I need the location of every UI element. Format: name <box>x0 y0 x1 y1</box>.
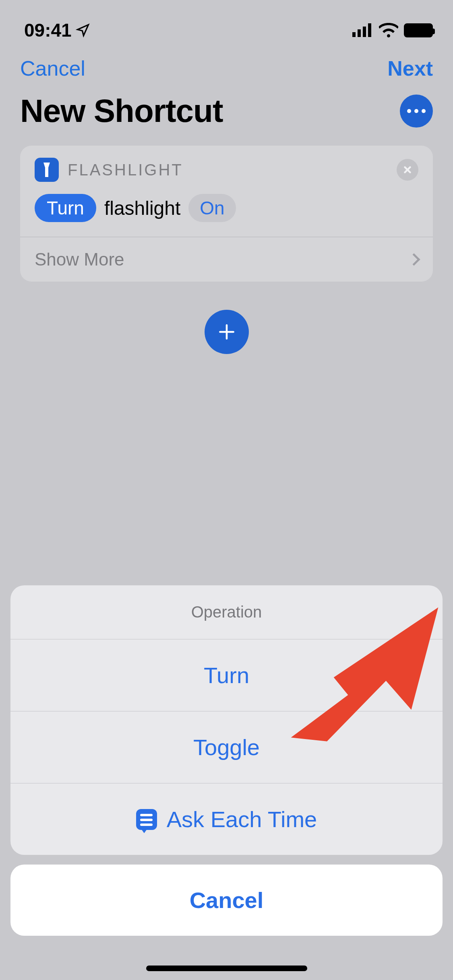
svg-rect-0 <box>352 32 356 37</box>
wifi-icon <box>379 23 398 37</box>
ask-each-time-label: Ask Each Time <box>167 806 317 832</box>
ellipsis-icon <box>407 109 411 113</box>
more-button[interactable] <box>400 95 433 128</box>
close-icon <box>402 165 413 175</box>
action-sheet-container: Operation Turn Toggle Ask Each Time Canc… <box>0 585 453 980</box>
action-expression: Turn flashlight On <box>20 190 433 237</box>
svg-rect-3 <box>368 23 371 37</box>
sheet-cancel-label: Cancel <box>190 887 264 913</box>
svg-rect-1 <box>358 29 361 37</box>
flashlight-app-icon <box>35 158 59 182</box>
plus-icon <box>217 322 237 342</box>
checkmark-icon <box>399 662 418 688</box>
sheet-title: Operation <box>10 585 443 639</box>
navigation-bar: Cancel Next <box>0 48 453 89</box>
add-action-wrap <box>0 286 453 378</box>
status-bar: 09:41 <box>0 0 453 48</box>
status-time-group: 09:41 <box>24 19 90 41</box>
chevron-right-icon <box>407 253 420 266</box>
sheet-option-label: Turn <box>204 663 249 688</box>
action-sheet: Operation Turn Toggle Ask Each Time <box>10 585 443 855</box>
sheet-ask-each-time[interactable]: Ask Each Time <box>10 783 443 855</box>
action-subject: flashlight <box>104 197 180 219</box>
action-card-header: FLASHLIGHT <box>20 146 433 190</box>
battery-icon <box>404 23 433 37</box>
prompt-icon <box>136 809 157 830</box>
sheet-option-toggle[interactable]: Toggle <box>10 711 443 783</box>
status-time: 09:41 <box>24 19 72 41</box>
state-pill[interactable]: On <box>188 194 236 222</box>
sheet-option-label: Toggle <box>193 735 260 760</box>
sheet-cancel-button[interactable]: Cancel <box>10 865 443 936</box>
cellular-icon <box>352 23 373 37</box>
header-row: New Shortcut <box>0 89 453 142</box>
show-more-label: Show More <box>35 249 124 270</box>
operation-pill[interactable]: Turn <box>35 194 96 222</box>
add-action-button[interactable] <box>205 310 249 354</box>
status-icons <box>352 23 433 37</box>
next-button[interactable]: Next <box>387 56 433 80</box>
action-app-label: FLASHLIGHT <box>68 161 183 179</box>
action-card: FLASHLIGHT Turn flashlight On Show More <box>20 146 433 282</box>
location-icon <box>76 23 90 37</box>
remove-action-button[interactable] <box>397 159 418 181</box>
home-indicator[interactable] <box>146 966 307 971</box>
svg-rect-2 <box>363 27 366 37</box>
cancel-button[interactable]: Cancel <box>20 56 85 80</box>
page-title: New Shortcut <box>20 93 223 130</box>
sheet-option-turn[interactable]: Turn <box>10 639 443 711</box>
flashlight-icon <box>43 163 51 177</box>
show-more-row[interactable]: Show More <box>20 237 433 282</box>
